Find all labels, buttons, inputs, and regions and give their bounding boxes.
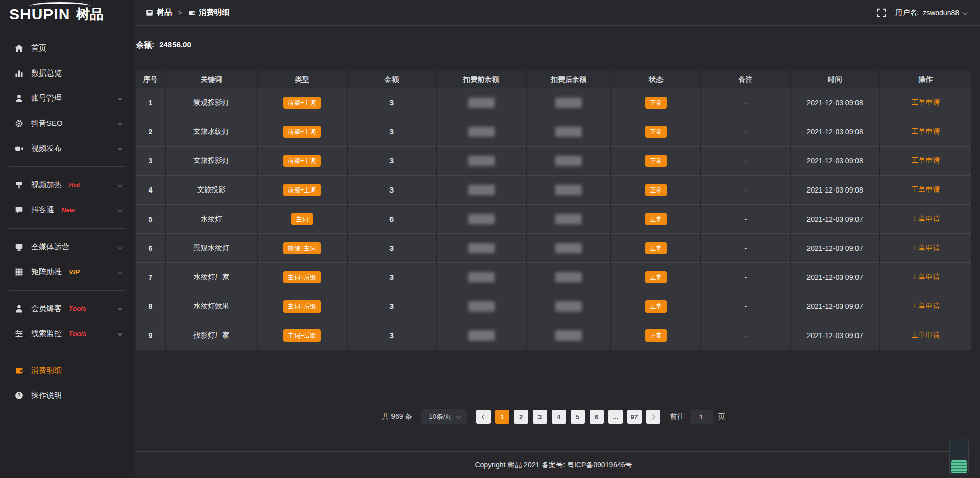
page-button-3[interactable]: 3: [533, 410, 547, 424]
cell-balance-after: [526, 321, 611, 350]
sidebar-item-抖音SEO[interactable]: 抖音SEO: [0, 111, 135, 136]
column-header-扣费后余额: 扣费后余额: [526, 71, 611, 88]
floating-widget[interactable]: [949, 439, 969, 475]
time-text: 2021-12-03 09:08: [806, 157, 863, 165]
sidebar-item-数据总览[interactable]: 数据总览: [0, 61, 135, 86]
pagination: 共 969 条 10条/页 123456...97 前往 页: [136, 409, 971, 424]
gear-icon: [15, 119, 23, 128]
cell-amount: 3: [347, 117, 436, 146]
work-order-link[interactable]: 工单申请: [912, 331, 940, 339]
sidebar-divider: [9, 228, 126, 229]
table-row: 7水纹灯厂家主词+后缀3正常-2021-12-03 09:07工单申请: [136, 262, 971, 292]
prev-page-button[interactable]: [476, 410, 491, 424]
type-badge: 主词+后缀: [283, 271, 321, 283]
cell-index: 9: [136, 321, 165, 350]
work-order-link[interactable]: 工单申请: [912, 244, 940, 252]
amount-text: 3: [389, 302, 394, 310]
work-order-link[interactable]: 工单申请: [912, 98, 940, 106]
cell-balance-after: [526, 233, 611, 262]
goto-page-input[interactable]: [690, 410, 713, 424]
remark-text: -: [744, 157, 747, 165]
cell-remark: -: [701, 146, 790, 175]
cell-amount: 3: [347, 321, 436, 350]
cell-balance-after: [526, 262, 611, 292]
fullscreen-icon[interactable]: [877, 8, 886, 17]
sidebar-item-首页[interactable]: 首页: [0, 36, 135, 61]
sidebar-item-视频加热[interactable]: 视频加热Hot: [0, 173, 135, 198]
type-badge: 前缀+主词: [283, 184, 321, 196]
sidebar-item-矩阵助推[interactable]: 矩阵助推VIP: [0, 259, 135, 284]
sidebar-item-会员爆客[interactable]: 会员爆客Tools: [0, 296, 135, 321]
time-text: 2021-12-03 09:08: [806, 99, 863, 107]
table-row: 8水纹灯效果主词+后缀3正常-2021-12-03 09:07工单申请: [136, 292, 971, 321]
cell-action: 工单申请: [879, 262, 971, 292]
cell-balance-before: [436, 146, 526, 175]
page-button-2[interactable]: 2: [514, 410, 528, 424]
page-button-6[interactable]: 6: [590, 410, 604, 424]
page-size-select[interactable]: 10条/页: [421, 409, 467, 424]
cell-amount: 3: [347, 262, 436, 292]
amount-text: 6: [389, 215, 394, 223]
page-button-97[interactable]: 97: [627, 410, 642, 424]
cell-amount: 3: [347, 233, 436, 262]
table-row: 1景观投影灯前缀+主词3正常-2021-12-03 09:08工单申请: [136, 88, 971, 117]
remark-text: -: [744, 215, 747, 223]
bar-chart-icon: [15, 69, 23, 78]
amount-text: 3: [389, 99, 394, 107]
cell-time: 2021-12-03 09:08: [790, 175, 879, 204]
next-page-button[interactable]: [646, 410, 660, 424]
masked-value: [468, 243, 495, 253]
svg-text:?: ?: [17, 393, 20, 398]
work-order-link[interactable]: 工单申请: [912, 185, 940, 194]
breadcrumb-item-home[interactable]: 树品: [146, 8, 172, 17]
cell-time: 2021-12-03 09:07: [790, 292, 879, 321]
user-icon: [15, 94, 23, 103]
sidebar-item-label: 矩阵助推: [31, 267, 62, 277]
masked-value: [555, 98, 582, 108]
sidebar-item-线索监控[interactable]: 线索监控Tools: [0, 321, 135, 346]
goto-label: 前往: [670, 412, 684, 421]
work-order-link[interactable]: 工单申请: [912, 127, 940, 135]
page-button-5[interactable]: 5: [571, 410, 585, 424]
sidebar-item-label: 会员爆客: [31, 304, 62, 314]
more-pages-button[interactable]: ...: [608, 410, 623, 424]
cell-amount: 6: [347, 204, 436, 233]
sidebar-item-全媒体运营[interactable]: 全媒体运营: [0, 234, 135, 259]
work-order-link[interactable]: 工单申请: [912, 273, 940, 281]
cell-balance-before: [436, 117, 526, 146]
sidebar-item-tag: Hot: [69, 181, 80, 189]
cell-status: 正常: [611, 292, 701, 321]
sidebar-item-账号管理[interactable]: 账号管理: [0, 86, 135, 111]
sidebar-item-label: 抖客通: [31, 205, 54, 215]
cell-keyword: 水纹灯效果: [165, 292, 257, 321]
sidebar-item-抖客通[interactable]: 抖客通New: [0, 198, 135, 223]
widget-stripes-decoration: [951, 460, 967, 473]
sidebar-item-tag: Tools: [69, 330, 86, 338]
status-badge: 正常: [645, 329, 667, 342]
work-order-link[interactable]: 工单申请: [912, 214, 940, 223]
sidebar-item-label: 账号管理: [31, 93, 62, 103]
user-menu[interactable]: 用户名: zswodun88: [895, 8, 967, 17]
sidebar-item-消费明细[interactable]: 消费明细: [0, 358, 135, 383]
time-text: 2021-12-03 09:07: [806, 302, 863, 310]
cell-balance-before: [436, 175, 526, 204]
page-button-1[interactable]: 1: [495, 410, 509, 424]
breadcrumb-item-current[interactable]: 消费明细: [188, 8, 230, 17]
status-badge: 正常: [645, 126, 667, 138]
work-order-link[interactable]: 工单申请: [912, 156, 940, 164]
page-size-value: 10条/页: [429, 412, 452, 421]
remark-text: -: [744, 99, 747, 107]
monitor-icon: [15, 243, 23, 251]
grid-icon: [15, 268, 23, 276]
page-button-4[interactable]: 4: [552, 410, 566, 424]
cell-status: 正常: [611, 175, 701, 204]
table-header-row: 序号关键词类型金额扣费前余额扣费后余额状态备注时间操作: [136, 71, 971, 88]
work-order-link[interactable]: 工单申请: [912, 302, 940, 310]
sidebar-item-操作说明[interactable]: ?操作说明: [0, 383, 135, 408]
sidebar-item-视频发布[interactable]: 视频发布: [0, 136, 135, 161]
row-index: 7: [149, 273, 153, 281]
cell-index: 3: [136, 146, 165, 175]
time-text: 2021-12-03 09:07: [806, 215, 863, 223]
cell-balance-after: [526, 146, 611, 175]
cell-remark: -: [701, 88, 790, 117]
